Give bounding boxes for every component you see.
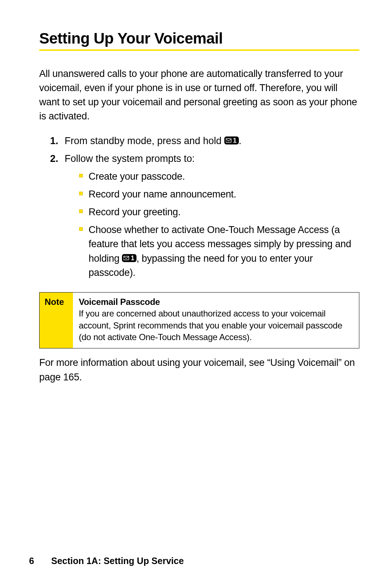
step-item: 1. From standby mode, press and hold 1.: [50, 134, 359, 148]
bullet-icon: [79, 174, 83, 177]
step-number: 2.: [50, 152, 65, 166]
substep-item: Record your name announcement.: [79, 187, 359, 201]
page-number: 6: [29, 556, 49, 566]
voicemail-key-icon: 1: [224, 136, 239, 144]
note-body: If you are concerned about unauthorized …: [79, 309, 342, 342]
step-item: 2. Follow the system prompts to: Create …: [50, 152, 359, 283]
title-underline: [39, 49, 359, 51]
page-footer: 6 Section 1A: Setting Up Service: [29, 556, 184, 566]
note-title: Voicemail Passcode: [79, 296, 353, 308]
step-number: 1.: [50, 134, 65, 148]
step-list: 1. From standby mode, press and hold 1. …: [50, 134, 359, 283]
step-text: From standby mode, press and hold 1.: [65, 134, 359, 148]
bullet-icon: [79, 209, 83, 213]
svg-rect-1: [123, 256, 129, 260]
substep-list: Create your passcode. Record your name a…: [79, 170, 359, 280]
substep-text: Choose whether to activate One-Touch Mes…: [89, 223, 359, 280]
svg-rect-0: [226, 139, 231, 142]
step-text: Follow the system prompts to: Create you…: [65, 152, 359, 283]
page-title: Setting Up Your Voicemail: [39, 30, 359, 47]
document-page: Setting Up Your Voicemail All unanswered…: [0, 0, 392, 384]
substep-item: Choose whether to activate One-Touch Mes…: [79, 223, 359, 280]
intro-paragraph: All unanswered calls to your phone are a…: [39, 67, 359, 124]
substep-item: Record your greeting.: [79, 205, 359, 219]
bullet-icon: [79, 192, 83, 195]
substep-item: Create your passcode.: [79, 170, 359, 184]
note-box: Note Voicemail Passcode If you are conce…: [39, 292, 359, 349]
voicemail-key-icon: 1: [122, 254, 136, 262]
note-label: Note: [40, 293, 73, 348]
closing-paragraph: For more information about using your vo…: [39, 356, 359, 384]
bullet-icon: [79, 227, 83, 231]
note-content: Voicemail Passcode If you are concerned …: [73, 293, 359, 348]
section-label: Section 1A: Setting Up Service: [51, 556, 184, 566]
